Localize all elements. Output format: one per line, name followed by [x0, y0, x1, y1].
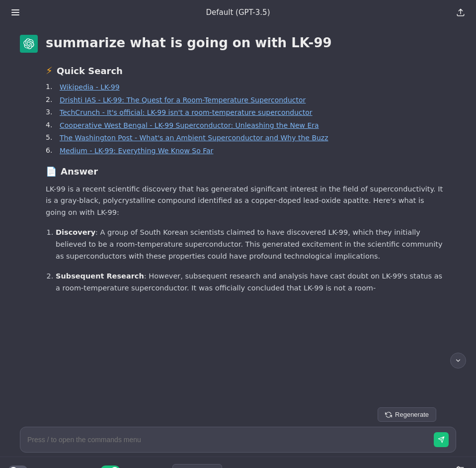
header-title: Default (GPT-3.5): [206, 8, 270, 17]
search-links-list: 1. Wikipedia - LK-992. Drishti IAS - LK-…: [46, 83, 446, 156]
bottom-bar: One-click prompts Web access Advanced: [0, 457, 476, 468]
regenerate-button[interactable]: Regenerate: [378, 407, 436, 422]
answer-section: 📄 Answer LK-99 is a recent scientific di…: [46, 166, 446, 294]
sliders-icon: [455, 465, 465, 468]
svg-rect-2: [11, 14, 19, 15]
answer-point-label-2: Subsequent Research: [56, 272, 144, 280]
regenerate-area: Regenerate: [0, 403, 476, 424]
chat-input[interactable]: [27, 436, 434, 444]
quick-search-section: ⚡ Quick Search 1. Wikipedia - LK-992. Dr…: [46, 65, 446, 156]
web-access-toggle[interactable]: [100, 466, 120, 468]
answer-point-item: Subsequent Research: However, subsequent…: [56, 271, 446, 294]
link-num: 6.: [46, 146, 56, 156]
content-area: summarize what is going on with LK-99 ⚡ …: [0, 25, 476, 403]
search-link-1[interactable]: Wikipedia - LK-99: [60, 83, 120, 93]
search-link-item: 1. Wikipedia - LK-99: [46, 83, 446, 93]
quick-search-header: ⚡ Quick Search: [46, 65, 446, 77]
link-num: 2.: [46, 95, 56, 105]
scroll-down-button[interactable]: [450, 353, 466, 369]
question-block: summarize what is going on with LK-99: [20, 35, 446, 53]
one-click-toggle[interactable]: [8, 466, 28, 468]
settings-button[interactable]: [452, 462, 468, 468]
one-click-toggle-group: One-click prompts: [8, 466, 90, 468]
lightning-icon: ⚡: [46, 65, 53, 77]
svg-rect-1: [11, 12, 19, 13]
answer-points-list: Discovery: A group of South Korean scien…: [46, 227, 446, 294]
answer-body-text: LK-99 is a recent scientific discovery t…: [46, 184, 446, 219]
answer-title: Answer: [61, 166, 98, 177]
quick-search-title: Quick Search: [57, 66, 123, 76]
question-heading: summarize what is going on with LK-99: [46, 35, 332, 52]
search-link-item: 6. Medium - LK-99: Everything We Know So…: [46, 146, 446, 156]
share-button[interactable]: [453, 5, 468, 20]
regenerate-label: Regenerate: [395, 411, 429, 418]
search-link-item: 3. TechCrunch - It's official: LK-99 isn…: [46, 108, 446, 118]
answer-header: 📄 Answer: [46, 166, 446, 177]
answer-point-label-1: Discovery: [56, 228, 95, 236]
web-access-toggle-group: Web access: [100, 466, 162, 468]
search-link-item: 5. The Washington Post - What's an Ambie…: [46, 133, 446, 143]
send-button[interactable]: [434, 432, 449, 447]
svg-rect-0: [11, 9, 19, 10]
bottom-left-controls: One-click prompts Web access Advanced: [8, 464, 222, 468]
search-link-5[interactable]: The Washington Post - What's an Ambient …: [60, 133, 328, 143]
link-num: 3.: [46, 108, 56, 118]
search-link-4[interactable]: Cooperative West Bengal - LK-99 Supercon…: [60, 121, 319, 131]
input-area: [0, 424, 476, 457]
search-link-6[interactable]: Medium - LK-99: Everything We Know So Fa…: [60, 146, 213, 156]
search-link-3[interactable]: TechCrunch - It's official: LK-99 isn't …: [60, 108, 313, 118]
header: Default (GPT-3.5): [0, 0, 476, 25]
advanced-dropdown-button[interactable]: Advanced: [172, 464, 222, 468]
search-link-2[interactable]: Drishti IAS - LK-99: The Quest for a Roo…: [60, 95, 306, 105]
input-box: [20, 427, 456, 453]
answer-point-text-1: : A group of South Korean scientists cla…: [56, 228, 443, 260]
link-num: 5.: [46, 133, 56, 143]
search-link-item: 2. Drishti IAS - LK-99: The Quest for a …: [46, 95, 446, 105]
chatgpt-logo: [20, 35, 38, 53]
scroll-area[interactable]: summarize what is going on with LK-99 ⚡ …: [0, 25, 476, 403]
sidebar-toggle-button[interactable]: [8, 5, 23, 20]
link-num: 1.: [46, 83, 56, 93]
link-num: 4.: [46, 121, 56, 131]
document-icon: 📄: [46, 166, 57, 177]
answer-point-item: Discovery: A group of South Korean scien…: [56, 227, 446, 263]
search-link-item: 4. Cooperative West Bengal - LK-99 Super…: [46, 121, 446, 131]
